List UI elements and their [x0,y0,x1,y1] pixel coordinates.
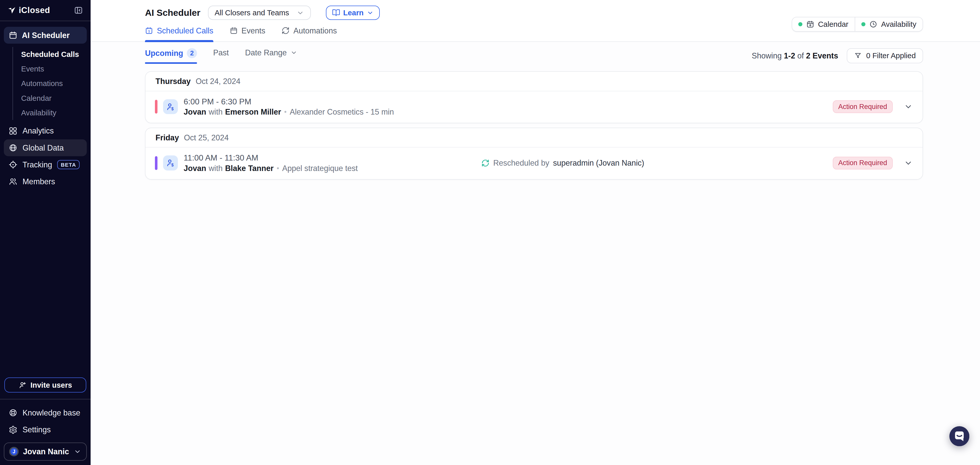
calendar-icon [9,31,18,40]
user-profile-menu[interactable]: J Jovan Nanic [4,443,87,461]
day-header: Friday Oct 25, 2024 [145,128,923,148]
sidebar-logo-row: iClosed [4,0,87,21]
chevron-down-icon [74,448,81,455]
guest-name: Emerson Miller [225,107,281,116]
grid-icon [9,127,18,135]
life-buoy-icon [9,408,18,417]
rescheduled-by: superadmin (Jovan Nanic) [553,158,644,167]
separator-dot: • [283,108,287,116]
chevron-down-icon [904,159,913,167]
iclosed-logo-icon [7,6,16,14]
subtab-past[interactable]: Past [213,48,229,63]
book-open-icon [332,9,340,17]
sidebar-item-settings[interactable]: Settings [4,421,87,438]
expand-row-button[interactable] [904,102,913,111]
calendar-icon [230,27,238,35]
learn-button[interactable]: Learn [326,6,380,20]
subtab-label: Date Range [245,48,286,57]
iclosed-logo: iClosed [7,5,50,15]
learn-label: Learn [343,8,364,17]
availability-button[interactable]: Availability [855,18,923,31]
reschedule-icon [481,159,490,167]
sidebar-divider [0,399,91,400]
sidebar-subitem-automations[interactable]: Automations [13,76,87,91]
guest-name: Blake Tanner [225,164,274,173]
sidebar-item-knowledge-base[interactable]: Knowledge base [4,404,87,421]
team-selector-dropdown[interactable]: All Closers and Teams [208,6,311,20]
sidebar-item-global-data[interactable]: Global Data [4,139,87,156]
sidebar-collapse-button[interactable] [74,6,83,15]
filter-button[interactable]: 0 Filter Applied [847,48,923,63]
event-color-bar [155,100,158,113]
gear-icon [9,425,18,434]
upcoming-count-badge: 2 [187,48,197,58]
sidebar-item-tracking[interactable]: Tracking BETA [4,156,87,173]
sidebar-item-analytics[interactable]: Analytics [4,123,87,139]
calendar-day-icon: 1 [145,27,153,35]
filter-label: 0 Filter Applied [866,51,916,60]
event-participants: Jovan with Blake Tanner • Appel strategi… [183,164,481,173]
day-date: Oct 25, 2024 [184,133,229,142]
clock-icon [869,20,877,28]
sidebar-item-label: Tracking [22,160,52,169]
subtab-label: Past [213,48,229,57]
subtab-date-range[interactable]: Date Range [245,48,298,63]
action-required-badge: Action Required [833,157,893,169]
showing-prefix: Showing [752,51,782,60]
members-icon [9,177,18,186]
event-type: Alexander Cosmetics - 15 min [290,107,394,116]
beta-badge: BETA [57,160,80,169]
sidebar-subitem-calendar[interactable]: Calendar [13,91,87,105]
action-required-badge: Action Required [833,100,893,113]
event-status-area: Rescheduled by superadmin (Jovan Nanic) [481,158,833,167]
sidebar-item-members[interactable]: Members [4,173,87,190]
showing-summary: Showing 1-2 of 2 Events [752,51,838,60]
invite-users-button[interactable]: Invite users [4,377,86,393]
calendar-button[interactable]: Calendar [792,18,855,31]
user-plus-icon [19,381,27,389]
svg-text:$: $ [171,162,173,167]
calendar-button-label: Calendar [818,20,848,29]
globe-icon [9,143,18,152]
user-dollar-icon: $ [163,155,178,170]
tab-label: Automations [293,26,337,35]
user-dollar-icon: $ [163,99,178,114]
chat-widget-button[interactable] [950,426,969,446]
header-actions: Calendar Availability [792,17,923,32]
separator-dot: • [276,164,280,172]
sidebar-item-ai-scheduler[interactable]: AI Scheduler [4,27,87,44]
event-participants: Jovan with Emerson Miller • Alexander Co… [183,107,481,116]
tab-automations[interactable]: Automations [282,26,337,41]
sidebar-item-label: Global Data [22,143,64,152]
sidebar-subitem-availability[interactable]: Availability [13,105,87,120]
day-header: Thursday Oct 24, 2024 [145,72,923,91]
showing-range: 1-2 [784,51,795,60]
sidebar-nav: AI Scheduler Scheduled Calls Events Auto… [4,21,87,190]
status-dot [798,22,802,26]
page-header: AI Scheduler All Closers and Teams Learn… [91,0,980,42]
tab-scheduled-calls[interactable]: 1 Scheduled Calls [145,26,213,41]
expand-row-button[interactable] [904,159,913,167]
sidebar-subitem-events[interactable]: Events [13,62,87,76]
day-card: Friday Oct 25, 2024 $ 11:00 AM - 11:30 A… [145,127,923,180]
team-selector-value: All Closers and Teams [215,8,289,17]
day-name: Thursday [156,77,191,86]
day-name: Friday [156,133,179,142]
event-color-bar [155,156,158,170]
day-card: Thursday Oct 24, 2024 $ 6:00 PM - 6:30 P… [145,71,923,123]
subtab-upcoming[interactable]: Upcoming 2 [145,48,197,64]
sidebar-item-label: Knowledge base [22,408,80,417]
event-row[interactable]: $ 6:00 PM - 6:30 PM Jovan with Emerson M… [145,91,923,123]
host-name: Jovan [183,107,206,116]
sidebar-subitem-scheduled-calls[interactable]: Scheduled Calls [13,47,87,62]
chevron-down-icon [297,9,304,17]
avatar: J [9,447,19,456]
subtab-label: Upcoming [145,49,183,58]
profile-name: Jovan Nanic [23,447,69,456]
tab-events[interactable]: Events [230,26,266,41]
sidebar-footer: Invite users Knowledge base Settings J J… [4,377,87,465]
chevron-down-icon [290,49,298,56]
event-row[interactable]: $ 11:00 AM - 11:30 AM Jovan with Blake T… [145,148,923,179]
page-title: AI Scheduler [145,8,200,18]
sidebar: iClosed AI Scheduler Scheduled Calls Eve… [0,0,91,465]
